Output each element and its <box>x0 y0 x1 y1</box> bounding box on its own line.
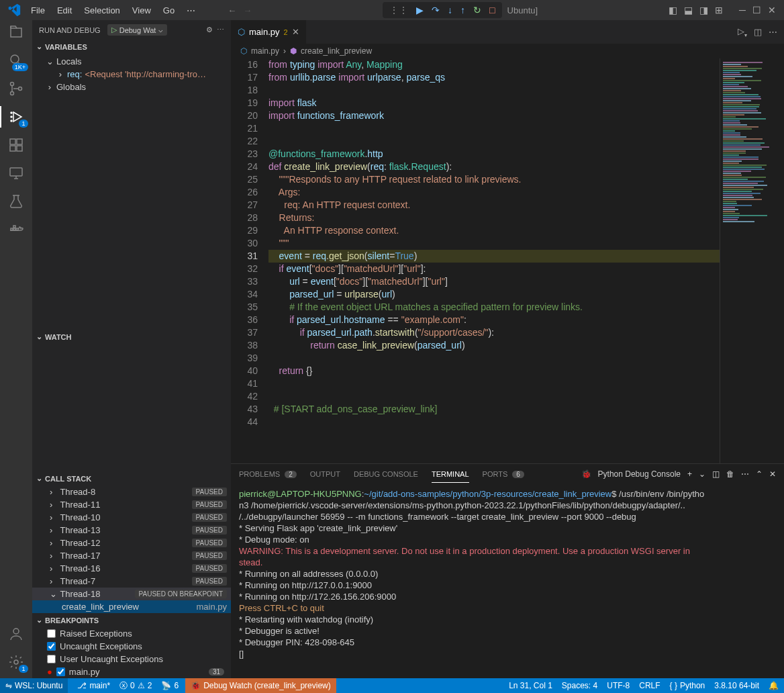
drag-handle-icon[interactable]: ⋮⋮ <box>389 5 408 15</box>
tab-main-py[interactable]: ⬡ main.py 2 ✕ <box>231 20 307 44</box>
menu-⋯[interactable]: ⋯ <box>181 3 201 18</box>
callstack-header[interactable]: ⌄CALL STACK <box>32 471 231 486</box>
more-icon[interactable]: ⋯ <box>741 469 749 479</box>
step-into-icon[interactable]: ↓ <box>448 5 452 15</box>
debug-status[interactable]: 🐞Debug Watch (create_link_preview) <box>185 678 336 693</box>
editor-body[interactable]: 161718192021222324252627282930▶313233343… <box>231 58 784 463</box>
thread-row[interactable]: ⌄ Thread-18PAUSED ON BREAKPOINT <box>32 588 231 600</box>
debug-settings-icon[interactable]: ⚙ <box>206 26 213 34</box>
indent-indicator[interactable]: Spaces: 4 <box>562 681 597 690</box>
variable-req[interactable]: ›req: <Request 'http://charming-tro… <box>32 68 231 81</box>
menu-go[interactable]: Go <box>158 3 180 18</box>
layout-toggle-bottom-icon[interactable]: ⬓ <box>684 5 693 15</box>
breakpoint-row[interactable]: Uncaught Exceptions <box>32 640 231 653</box>
language-indicator[interactable]: { }Python <box>670 681 705 690</box>
continue-icon[interactable]: ▶ <box>416 5 424 15</box>
titlebar: FileEditSelectionViewGo⋯ ← → ⋮⋮ ▶ ↷ ↓ ↑ … <box>0 0 784 20</box>
stop-icon[interactable]: □ <box>489 5 495 15</box>
breakpoint-row[interactable]: User Uncaught Exceptions <box>32 653 231 665</box>
menu-edit[interactable]: Edit <box>52 3 77 18</box>
step-out-icon[interactable]: ↑ <box>460 5 465 15</box>
layout-toggle-right-icon[interactable]: ◨ <box>699 5 708 15</box>
more-icon[interactable]: ⋯ <box>217 26 224 34</box>
problems-indicator[interactable]: ⓧ0⚠2 <box>119 680 152 692</box>
split-editor-icon[interactable]: ◫ <box>754 27 762 37</box>
ports-indicator[interactable]: 📡6 <box>161 681 179 690</box>
chevron-right-icon: › <box>283 46 286 56</box>
extensions-icon[interactable] <box>8 137 24 153</box>
breakpoint-row[interactable]: Raised Exceptions <box>32 627 231 640</box>
encoding-indicator[interactable]: UTF-8 <box>607 681 630 690</box>
docker-icon[interactable] <box>8 222 24 238</box>
close-panel-icon[interactable]: ✕ <box>769 469 776 479</box>
breadcrumb[interactable]: ⬡ main.py › ⬢ create_link_preview <box>231 44 784 58</box>
debug-config-select[interactable]: ▷ Debug Wat ⌵ <box>107 24 168 36</box>
thread-row[interactable]: › Thread-8PAUSED <box>32 486 231 498</box>
new-terminal-icon[interactable]: + <box>687 469 692 479</box>
watch-header[interactable]: ⌄WATCH <box>32 330 231 344</box>
remote-explorer-icon[interactable] <box>8 165 24 181</box>
python-version[interactable]: 3.8.10 64-bit <box>714 681 759 690</box>
editor-tabs: ⬡ main.py 2 ✕ ▷▾ ◫ ⋯ <box>231 20 784 44</box>
close-icon[interactable]: ✕ <box>768 5 776 15</box>
maximize-icon[interactable]: ☐ <box>752 5 761 15</box>
panel-tab-ports[interactable]: PORTS 6 <box>483 466 524 482</box>
remote-indicator[interactable]: ⇋WSL: Ubuntu <box>0 678 68 693</box>
minimap[interactable] <box>720 58 784 463</box>
search-icon[interactable]: 1K+ <box>8 52 24 68</box>
branch-indicator[interactable]: ⎇main* <box>77 681 110 690</box>
breakpoints-header[interactable]: ⌄BREAKPOINTS <box>32 613 231 627</box>
menu-selection[interactable]: Selection <box>79 3 125 18</box>
nav-back-icon[interactable]: ← <box>228 5 236 15</box>
kill-terminal-icon[interactable]: 🗑 <box>726 469 734 479</box>
notifications-icon[interactable]: 🔔 <box>769 681 779 690</box>
run-icon[interactable]: ▷▾ <box>738 26 747 38</box>
restart-icon[interactable]: ↻ <box>473 5 481 15</box>
close-tab-icon[interactable]: ✕ <box>292 27 299 37</box>
locals-node[interactable]: ⌄Locals <box>32 55 231 68</box>
layout-toggle-left-icon[interactable]: ◧ <box>669 5 677 15</box>
thread-row[interactable]: › Thread-16PAUSED <box>32 562 231 575</box>
thread-row[interactable]: › Thread-17PAUSED <box>32 549 231 562</box>
thread-row[interactable]: › Thread-7PAUSED <box>32 575 231 588</box>
title-remote: Ubuntu] <box>507 5 538 15</box>
more-icon[interactable]: ⋯ <box>769 27 777 37</box>
eol-indicator[interactable]: CRLF <box>639 681 660 690</box>
debug-icon[interactable]: 1 <box>8 109 24 125</box>
gutter[interactable]: 161718192021222324252627282930▶313233343… <box>231 58 268 463</box>
breakpoint-row[interactable]: ●main.py31 <box>32 665 231 678</box>
thread-row[interactable]: › Thread-12PAUSED <box>32 537 231 549</box>
split-terminal-icon[interactable]: ◫ <box>712 469 720 479</box>
breakpoint-checkbox[interactable] <box>47 655 56 663</box>
step-over-icon[interactable]: ↷ <box>432 5 440 15</box>
terminal[interactable]: pierrick@LAPTOP-HKU5PNNG:~/git/add-ons-s… <box>231 484 784 678</box>
variables-header[interactable]: ⌄VARIABLES <box>32 40 231 54</box>
panel-tab-problems[interactable]: PROBLEMS 2 <box>239 466 297 482</box>
cursor-position[interactable]: Ln 31, Col 1 <box>509 681 552 690</box>
explorer-icon[interactable] <box>8 24 24 40</box>
globals-node[interactable]: ›Globals <box>32 81 231 93</box>
debug-config-label: Debug Wat <box>119 26 156 34</box>
thread-row[interactable]: › Thread-13PAUSED <box>32 524 231 537</box>
breakpoint-checkbox[interactable] <box>47 629 56 638</box>
minimize-icon[interactable]: ─ <box>739 5 746 15</box>
account-icon[interactable] <box>8 626 24 642</box>
layout-customize-icon[interactable]: ⊞ <box>715 5 723 15</box>
chevron-down-icon[interactable]: ⌄ <box>699 469 705 479</box>
maximize-panel-icon[interactable]: ⌃ <box>756 469 763 479</box>
testing-icon[interactable] <box>8 193 24 210</box>
panel-tab-output[interactable]: OUTPUT <box>310 466 340 482</box>
source-control-icon[interactable] <box>8 81 24 97</box>
thread-row[interactable]: › Thread-11PAUSED <box>32 498 231 511</box>
menu-file[interactable]: File <box>26 3 50 18</box>
stack-frame[interactable]: create_link_previewmain.py <box>32 600 231 613</box>
breakpoint-checkbox[interactable] <box>47 642 56 651</box>
gear-icon[interactable]: 1 <box>8 654 24 670</box>
menu-view[interactable]: View <box>127 3 156 18</box>
code-content[interactable]: from typing import Any, Mappingfrom urll… <box>268 58 720 463</box>
breakpoint-checkbox[interactable] <box>56 667 65 676</box>
nav-fwd-icon[interactable]: → <box>243 5 252 15</box>
thread-row[interactable]: › Thread-10PAUSED <box>32 511 231 524</box>
panel-tab-debug console[interactable]: DEBUG CONSOLE <box>354 466 418 482</box>
panel-tab-terminal[interactable]: TERMINAL <box>432 466 469 483</box>
